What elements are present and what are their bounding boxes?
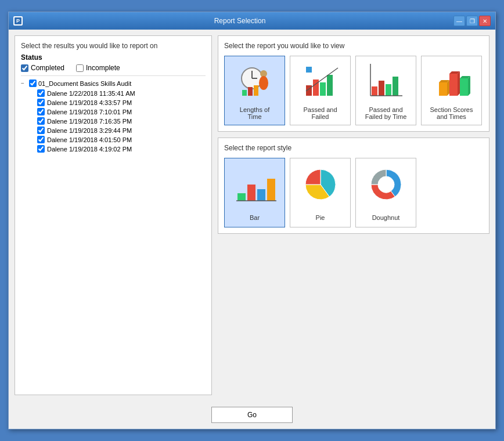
report-style-box: Select the report style BarPieDoughnut (218, 138, 489, 234)
app-icon: P (13, 16, 23, 26)
tree-child-label: Dalene 1/19/2018 4:19:02 PM (47, 146, 132, 153)
svg-rect-13 (327, 75, 333, 96)
report-options: Lengths of TimePassed and FailedPassed a… (224, 56, 483, 125)
tree-child-item: Dalene 1/19/2018 4:01:50 PM (37, 136, 206, 143)
svg-rect-12 (320, 82, 326, 96)
tree-child-label: Dalene 1/19/2018 3:29:44 PM (47, 127, 132, 134)
tree-child-item: Dalene 1/19/2018 3:29:44 PM (37, 126, 206, 134)
passed-and-failed-icon (302, 61, 339, 98)
svg-rect-24 (449, 74, 458, 96)
tree-child-item: Dalene 1/19/2018 4:19:02 PM (37, 145, 206, 153)
footer: Go (9, 401, 495, 429)
svg-text:P: P (16, 18, 20, 24)
svg-rect-33 (267, 179, 275, 201)
tree-child-checkbox[interactable] (37, 136, 45, 143)
svg-rect-31 (247, 185, 255, 201)
tree-child-label: Dalene 1/19/2018 7:10:01 PM (47, 109, 132, 115)
passed-and-failed-by-time-label: Passed and Failed by Time (365, 106, 407, 120)
incomplete-checkbox[interactable] (76, 64, 84, 72)
passed-and-failed-by-time-icon (368, 61, 405, 98)
pie-style-icon (300, 164, 341, 205)
svg-rect-30 (237, 193, 246, 201)
tree-child-checkbox[interactable] (37, 117, 45, 125)
report-option-passed-and-failed[interactable]: Passed and Failed (290, 56, 351, 125)
svg-rect-27 (460, 78, 468, 96)
svg-rect-32 (257, 189, 265, 201)
left-panel: Select the results you would like to rep… (15, 35, 212, 395)
tree-child-label: Dalene 1/19/2018 4:33:57 PM (47, 99, 132, 106)
main-window: P Report Selection — ❐ ✕ Select the resu… (8, 12, 496, 429)
style-option-bar[interactable]: Bar (224, 158, 285, 227)
main-content: Select the results you would like to rep… (9, 30, 495, 401)
svg-marker-29 (468, 76, 470, 96)
tree-section: − 01_Document Basics Skills Audit Dalene… (21, 79, 206, 389)
right-panel: Select the report you would like to view… (218, 35, 489, 395)
incomplete-checkbox-item[interactable]: Incomplete (76, 64, 120, 72)
status-section: Status Completed Incomplete (21, 53, 206, 76)
tree-child-label: Dalene 1/22/2018 11:35:41 AM (47, 90, 135, 97)
window-title: Report Selection (26, 17, 453, 25)
report-option-passed-and-failed-by-time[interactable]: Passed and Failed by Time (355, 56, 416, 125)
doughnut-style-label: Doughnut (372, 214, 400, 221)
svg-rect-16 (379, 81, 384, 96)
tree-child-label: Dalene 1/19/2018 4:01:50 PM (47, 136, 132, 143)
restore-button[interactable]: ❐ (466, 16, 478, 26)
report-type-title: Select the report you would like to view (224, 42, 483, 50)
tree-root-label: 01_Document Basics Skills Audit (29, 79, 131, 87)
svg-rect-21 (439, 82, 447, 96)
tree-child-item: Dalene 1/19/2018 4:33:57 PM (37, 99, 206, 106)
svg-rect-14 (306, 67, 312, 73)
completed-checkbox[interactable] (21, 64, 28, 72)
style-options: BarPieDoughnut (224, 158, 483, 227)
completed-checkbox-item[interactable]: Completed (21, 64, 64, 72)
svg-marker-26 (458, 71, 460, 96)
tree-child-checkbox[interactable] (37, 126, 45, 134)
tree-child-checkbox[interactable] (37, 145, 45, 153)
close-button[interactable]: ✕ (479, 16, 491, 26)
pie-style-label: Pie (316, 214, 325, 221)
tree-child-checkbox[interactable] (37, 108, 45, 115)
tree-root-text: 01_Document Basics Skills Audit (38, 80, 131, 87)
tree-child-item: Dalene 1/19/2018 7:16:35 PM (37, 117, 206, 125)
bar-style-icon (235, 164, 275, 205)
checkbox-row: Completed Incomplete (21, 64, 206, 72)
minimize-button[interactable]: — (453, 16, 465, 26)
completed-label: Completed (31, 64, 64, 72)
svg-rect-9 (254, 85, 258, 96)
tree-expand-icon[interactable]: − (21, 80, 28, 86)
left-panel-title: Select the results you would like to rep… (21, 42, 206, 50)
report-type-box: Select the report you would like to view… (218, 35, 489, 132)
window-controls: — ❐ ✕ (453, 16, 491, 26)
go-button[interactable]: Go (211, 407, 293, 423)
tree-root: − 01_Document Basics Skills Audit (21, 79, 206, 87)
tree-child-item: Dalene 1/22/2018 11:35:41 AM (37, 89, 206, 97)
style-option-pie[interactable]: Pie (290, 158, 351, 227)
section-scores-and-times-label: Section Scores and Times (430, 106, 473, 120)
report-style-title: Select the report style (224, 144, 483, 152)
bar-style-label: Bar (250, 214, 260, 221)
lengths-of-time-label: Lengths of Time (240, 106, 269, 120)
tree-child-label: Dalene 1/19/2018 7:16:35 PM (47, 118, 132, 125)
report-option-section-scores-and-times[interactable]: Section Scores and Times (421, 56, 482, 125)
tree-root-checkbox[interactable] (29, 79, 37, 87)
svg-rect-18 (393, 77, 398, 96)
passed-and-failed-label: Passed and Failed (303, 106, 337, 120)
style-option-doughnut[interactable]: Doughnut (355, 158, 416, 227)
svg-point-6 (259, 76, 268, 90)
svg-rect-8 (248, 87, 253, 96)
tree-child-checkbox[interactable] (37, 89, 45, 97)
titlebar: P Report Selection — ❐ ✕ (9, 12, 495, 30)
svg-rect-7 (242, 90, 247, 96)
status-label: Status (21, 53, 206, 62)
svg-rect-15 (372, 86, 377, 96)
lengths-of-time-icon (236, 61, 273, 98)
incomplete-label: Incomplete (86, 64, 120, 72)
svg-marker-23 (447, 80, 449, 96)
tree-child-checkbox[interactable] (37, 99, 45, 106)
tree-children: Dalene 1/22/2018 11:35:41 AMDalene 1/19/… (37, 89, 206, 153)
report-option-lengths-of-time[interactable]: Lengths of Time (224, 56, 285, 125)
tree-child-item: Dalene 1/19/2018 7:10:01 PM (37, 108, 206, 115)
svg-rect-17 (386, 84, 391, 96)
doughnut-style-icon (366, 164, 406, 205)
section-scores-and-times-icon (433, 61, 470, 98)
